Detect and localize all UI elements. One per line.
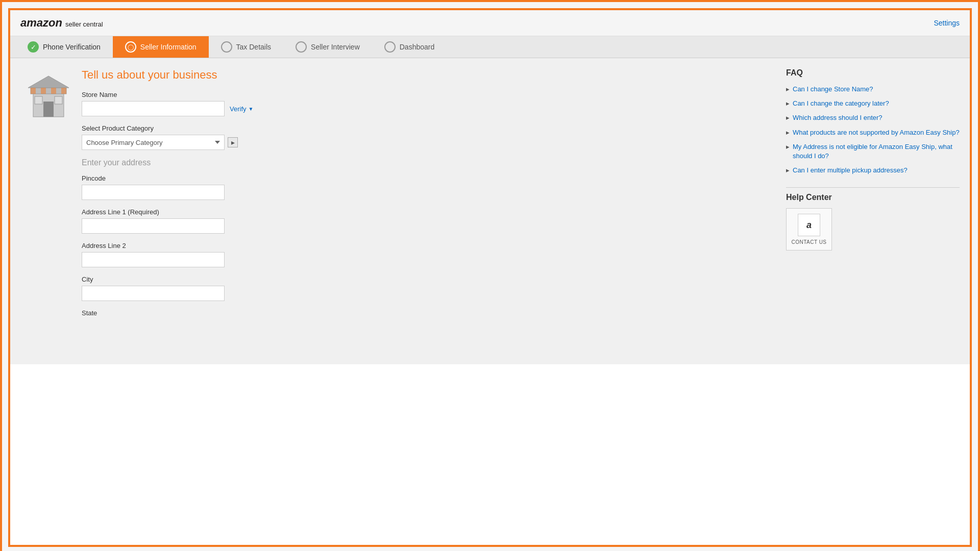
pincode-input[interactable] (82, 185, 225, 200)
faq-link-2[interactable]: Can I change the category later? (793, 99, 889, 108)
faq-arrow-icon-5: ▸ (786, 143, 790, 151)
address-section: Enter your address Pincode Address Line … (82, 158, 776, 317)
store-name-group: Store Name Verify ▼ (82, 91, 776, 116)
tab-dashboard[interactable]: Dashboard (372, 36, 447, 58)
address2-input[interactable] (82, 252, 225, 267)
store-name-label: Store Name (82, 91, 776, 98)
faq-list: ▸ Can I change Store Name? ▸ Can I chang… (786, 85, 960, 175)
header: amazon seller central Settings (10, 10, 970, 36)
logo-seller-text: seller central (65, 20, 103, 28)
faq-item-2: ▸ Can I change the category later? (786, 99, 960, 108)
contact-us-label: CONTACT US (791, 239, 826, 245)
svg-rect-7 (41, 88, 46, 94)
tab-tax-circle (221, 41, 232, 53)
tab-seller-circle: ◯ (125, 41, 136, 53)
svg-rect-4 (35, 96, 42, 104)
address-section-title: Enter your address (82, 158, 776, 167)
section-title: Tell us about your business (82, 68, 776, 82)
city-label: City (82, 276, 776, 283)
store-building-icon (26, 73, 71, 119)
state-group: State (82, 309, 776, 317)
faq-link-4[interactable]: What products are not supported by Amazo… (793, 128, 960, 137)
sidebar: FAQ ▸ Can I change Store Name? ▸ Can I c… (786, 68, 960, 354)
faq-link-5[interactable]: My Address is not eligible for Amazon Ea… (793, 142, 960, 161)
store-icon (26, 73, 71, 354)
address1-label: Address Line 1 (Required) (82, 208, 776, 216)
svg-rect-8 (51, 88, 56, 94)
svg-marker-2 (28, 76, 69, 88)
tab-phone-label: Phone Verification (43, 43, 101, 51)
svg-rect-9 (61, 88, 66, 94)
tab-tax-details[interactable]: Tax Details (209, 36, 283, 58)
tab-dashboard-label: Dashboard (400, 43, 435, 51)
settings-link[interactable]: Settings (934, 19, 960, 27)
sidebar-divider (786, 187, 960, 188)
city-input[interactable] (82, 286, 225, 301)
address1-group: Address Line 1 (Required) (82, 208, 776, 234)
verify-button[interactable]: Verify ▼ (230, 105, 253, 113)
product-category-label: Select Product Category (82, 124, 776, 132)
address1-input[interactable] (82, 218, 225, 234)
form-body: Tell us about your business Store Name V… (82, 68, 776, 354)
state-label: State (82, 309, 776, 317)
logo-amazon-text: amazon (20, 16, 62, 30)
faq-item-1: ▸ Can I change Store Name? (786, 85, 960, 94)
pincode-label: Pincode (82, 174, 776, 182)
form-section: Tell us about your business Store Name V… (26, 68, 776, 354)
add-category-button[interactable]: ▸ (228, 137, 238, 147)
tab-dashboard-circle (384, 41, 396, 53)
tab-seller-label: Seller Information (140, 43, 197, 51)
faq-item-3: ▸ Which address should I enter? (786, 113, 960, 122)
pincode-group: Pincode (82, 174, 776, 200)
logo: amazon seller central (20, 16, 103, 30)
tab-interview-label: Seller Interview (311, 43, 360, 51)
tab-phone[interactable]: ✓ Phone Verification (15, 36, 113, 58)
contact-us-icon: a (798, 214, 820, 236)
svg-rect-1 (31, 88, 66, 94)
address2-label: Address Line 2 (82, 242, 776, 249)
help-center-title: Help Center (786, 193, 960, 202)
faq-link-3[interactable]: Which address should I enter? (793, 113, 883, 122)
tab-interview-circle (296, 41, 307, 53)
verify-label: Verify (230, 105, 247, 113)
faq-arrow-icon-1: ▸ (786, 85, 790, 93)
faq-link-1[interactable]: Can I change Store Name? (793, 85, 873, 94)
category-select[interactable]: Choose Primary Category (82, 135, 225, 150)
svg-rect-3 (43, 102, 54, 117)
address2-group: Address Line 2 (82, 242, 776, 267)
faq-arrow-icon-4: ▸ (786, 129, 790, 136)
faq-link-6[interactable]: Can I enter multiple pickup addresses? (793, 166, 908, 175)
main-content: Tell us about your business Store Name V… (10, 58, 970, 364)
contact-us-box[interactable]: a CONTACT US (786, 208, 832, 251)
faq-item-5: ▸ My Address is not eligible for Amazon … (786, 142, 960, 161)
contact-icon-letter: a (806, 220, 812, 231)
verify-arrow-icon: ▼ (249, 106, 254, 112)
city-group: City (82, 276, 776, 301)
nav-tabs: ✓ Phone Verification ◯ Seller Informatio… (10, 36, 970, 58)
tab-seller-information[interactable]: ◯ Seller Information (113, 36, 209, 58)
category-select-wrapper: Choose Primary Category ▸ (82, 135, 776, 150)
product-category-group: Select Product Category Choose Primary C… (82, 124, 776, 150)
store-name-input[interactable] (82, 101, 225, 116)
svg-rect-5 (55, 96, 62, 104)
faq-arrow-icon-2: ▸ (786, 99, 790, 107)
faq-item-4: ▸ What products are not supported by Ama… (786, 128, 960, 137)
tab-tax-label: Tax Details (236, 43, 271, 51)
faq-arrow-icon-3: ▸ (786, 114, 790, 121)
faq-title: FAQ (786, 68, 960, 78)
faq-arrow-icon-6: ▸ (786, 166, 790, 174)
tab-seller-interview[interactable]: Seller Interview (283, 36, 372, 58)
faq-item-6: ▸ Can I enter multiple pickup addresses? (786, 166, 960, 175)
store-name-row: Verify ▼ (82, 101, 776, 116)
svg-rect-6 (31, 88, 36, 94)
tab-phone-circle: ✓ (28, 41, 39, 53)
